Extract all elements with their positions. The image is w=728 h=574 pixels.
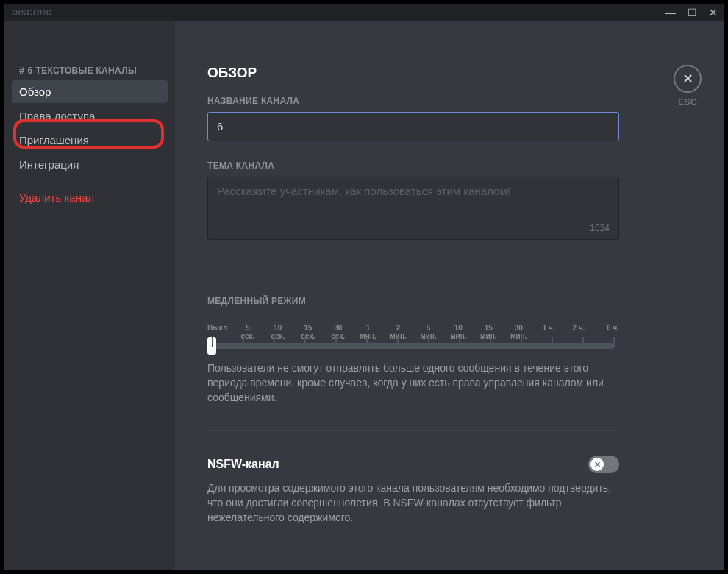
sidebar-item-label: Удалить канал — [19, 191, 94, 204]
section-channel-name: НАЗВАНИЕ КАНАЛА 6 — [207, 96, 694, 141]
main-panel: ОБЗОР НАЗВАНИЕ КАНАЛА 6 ТЕМА КАНАЛА 1024… — [175, 21, 724, 570]
category-label: ТЕКСТОВЫЕ КАНАЛЫ — [36, 65, 137, 76]
page-title: ОБЗОР — [207, 65, 694, 81]
close-icon: ✕ — [682, 71, 693, 87]
minimize-button[interactable]: — — [665, 7, 676, 18]
nsfw-help-text: Для просмотра содержимого этого канала п… — [207, 481, 619, 525]
close-window-button[interactable]: ✕ — [709, 7, 718, 18]
maximize-button[interactable]: ☐ — [688, 7, 697, 18]
titlebar: DISCORD — ☐ ✕ — [4, 4, 724, 21]
channel-name-input[interactable]: 6 — [207, 112, 619, 141]
text-caret — [224, 121, 224, 133]
channel-name-label: НАЗВАНИЕ КАНАЛА — [207, 96, 694, 106]
sidebar-item-permissions[interactable]: Права доступа — [12, 104, 168, 127]
channel-topic-wrap: 1024 — [207, 177, 619, 240]
nsfw-title: NSFW-канал — [207, 458, 279, 471]
close-esc-label: ESC — [674, 97, 702, 107]
nsfw-toggle[interactable]: ✕ — [588, 456, 619, 473]
slowmode-help-text: Пользователи не смогут отправлять больше… — [207, 361, 619, 405]
channel-topic-label: ТЕМА КАНАЛА — [207, 160, 694, 171]
settings-sidebar: # 6 ТЕКСТОВЫЕ КАНАЛЫ Обзор Права доступа… — [4, 21, 175, 570]
hash-icon: # — [19, 65, 25, 76]
content-area: # 6 ТЕКСТОВЫЕ КАНАЛЫ Обзор Права доступа… — [4, 21, 724, 570]
sidebar-item-delete-channel[interactable]: Удалить канал — [12, 186, 168, 209]
slider-marks — [212, 337, 615, 347]
section-nsfw: NSFW-канал ✕ Для просмотра содержимого э… — [207, 456, 694, 525]
slowmode-slider[interactable]: Выкл 5сек. 10сек. 15сек. 30сек. 1мин. 2м… — [207, 324, 619, 349]
section-slowmode: МЕДЛЕННЫЙ РЕЖИМ Выкл 5сек. 10сек. 15сек.… — [207, 296, 694, 405]
nsfw-row: NSFW-канал ✕ — [207, 456, 619, 473]
sidebar-item-integrations[interactable]: Интеграция — [12, 153, 168, 176]
section-divider — [207, 430, 619, 431]
sidebar-item-invites[interactable]: Приглашения — [12, 129, 168, 152]
channel-name-value: 6 — [217, 120, 223, 132]
window-controls: — ☐ ✕ — [665, 7, 718, 18]
brand-logo: DISCORD — [12, 8, 52, 17]
sidebar-item-label: Приглашения — [19, 134, 89, 146]
sidebar-item-label: Права доступа — [19, 110, 95, 122]
sidebar-item-label: Обзор — [19, 85, 51, 98]
section-channel-topic: ТЕМА КАНАЛА 1024 — [207, 160, 694, 240]
sidebar-item-label: Интеграция — [19, 158, 79, 171]
sidebar-item-overview[interactable]: Обзор — [12, 80, 168, 103]
slowmode-label: МЕДЛЕННЫЙ РЕЖИМ — [207, 296, 694, 306]
channel-topic-input[interactable] — [208, 177, 618, 223]
close-button[interactable]: ✕ — [674, 65, 702, 93]
app-frame: DISCORD — ☐ ✕ # 6 ТЕКСТОВЫЕ КАНАЛЫ Обзор… — [4, 4, 724, 570]
channel-number: 6 — [28, 65, 33, 76]
topic-char-counter: 1024 — [590, 223, 610, 233]
toggle-knob: ✕ — [590, 458, 604, 471]
sidebar-category-header: # 6 ТЕКСТОВЫЕ КАНАЛЫ — [12, 65, 168, 80]
close-settings: ✕ ESC — [674, 65, 702, 107]
